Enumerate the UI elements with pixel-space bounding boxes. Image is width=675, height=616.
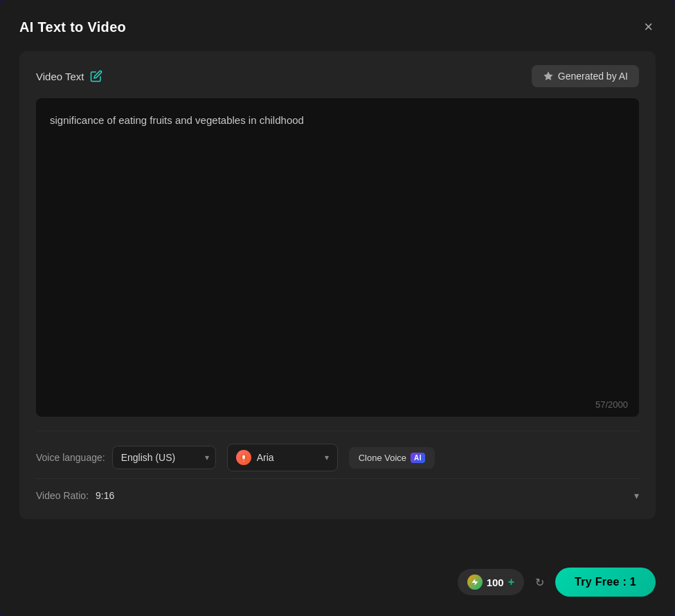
- clone-voice-label: Clone Voice: [359, 453, 406, 463]
- credits-icon: [467, 574, 483, 590]
- generated-by-ai-button[interactable]: Generated by AI: [532, 65, 639, 87]
- video-ratio-chevron-icon[interactable]: ▾: [634, 490, 639, 501]
- voice-language-label: Voice language:: [36, 452, 105, 463]
- textarea-wrapper: significance of eating fruits and vegeta…: [36, 98, 639, 419]
- credits-amount: 100: [487, 577, 504, 588]
- section-label: Video Text: [36, 71, 84, 82]
- footer-row: 100 + ↻ Try Free : 1: [19, 548, 656, 597]
- credits-display: 100 +: [458, 569, 524, 595]
- char-count: 57/2000: [595, 399, 628, 410]
- voice-chevron-icon: ▾: [325, 453, 329, 462]
- microphone-icon: [239, 453, 249, 462]
- lightning-icon: [471, 578, 479, 586]
- section-label-group: Video Text: [36, 70, 102, 82]
- generated-by-ai-label: Generated by AI: [558, 71, 628, 82]
- refresh-button[interactable]: ↻: [532, 573, 547, 592]
- voice-language-group: Voice language: English (US) English (UK…: [36, 446, 216, 469]
- voice-language-select[interactable]: English (US) English (UK) Spanish French…: [112, 446, 216, 469]
- try-free-button[interactable]: Try Free : 1: [555, 568, 656, 597]
- voice-language-dropdown-wrapper: English (US) English (UK) Spanish French…: [112, 446, 216, 469]
- voice-select-wrapper[interactable]: Aria ▾: [227, 444, 338, 471]
- modal-title: AI Text to Video: [19, 19, 126, 35]
- ai-sparkle-icon: [543, 71, 554, 82]
- credits-plus-icon: +: [508, 576, 514, 588]
- clone-voice-button[interactable]: Clone Voice AI: [349, 447, 435, 469]
- modal-header: AI Text to Video ×: [19, 17, 656, 37]
- video-text-input[interactable]: significance of eating fruits and vegeta…: [36, 98, 639, 417]
- video-ratio-row: Video Ratio: 9:16 ▾: [36, 478, 639, 505]
- close-button[interactable]: ×: [641, 17, 656, 37]
- edit-icon[interactable]: [90, 70, 102, 82]
- refresh-icon: ↻: [535, 576, 544, 589]
- voice-avatar-icon: [236, 450, 251, 465]
- video-text-section: Video Text Generated by AI significance …: [19, 51, 656, 519]
- controls-row: Voice language: English (US) English (UK…: [36, 431, 639, 475]
- video-ratio-value: 9:16: [96, 490, 627, 501]
- section-header: Video Text Generated by AI: [36, 65, 639, 87]
- svg-marker-0: [543, 71, 552, 80]
- clone-voice-ai-badge: AI: [411, 453, 425, 463]
- video-ratio-label: Video Ratio:: [36, 490, 89, 501]
- voice-name-label: Aria: [257, 452, 319, 463]
- svg-marker-3: [471, 579, 478, 586]
- modal-container: AI Text to Video × Video Text Generated …: [0, 0, 675, 616]
